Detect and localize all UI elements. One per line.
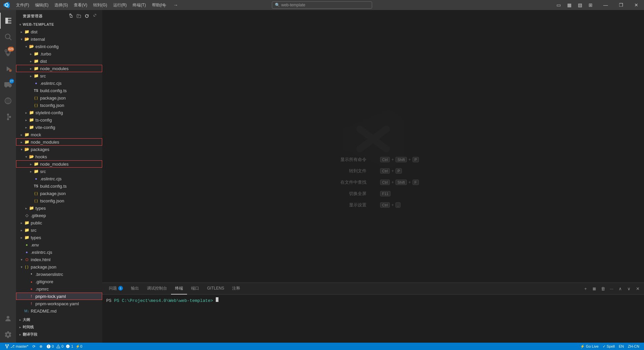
tree-item-packages[interactable]: 📂 packages — [16, 146, 102, 153]
tree-item-pnpm-workspace[interactable]: ! pnpm-workspace.yaml — [16, 300, 102, 307]
minimize-button[interactable]: — — [598, 0, 613, 10]
status-lang-en[interactable]: EN — [617, 343, 626, 350]
svg-line-15 — [9, 117, 10, 118]
tab-comments[interactable]: 注释 — [228, 283, 244, 295]
tree-item-index-html[interactable]: ⬡ index.html — [16, 256, 102, 263]
kill-terminal-btn[interactable]: 🗑 — [599, 285, 607, 292]
refresh-btn[interactable] — [84, 13, 90, 19]
tree-item-node-modules-1[interactable]: 📁 node_modules — [16, 65, 102, 72]
tree-item-pnpm-lock[interactable]: ! pnpm-lock.yaml — [16, 293, 102, 300]
tab-gitlens[interactable]: GITLENS — [203, 283, 228, 295]
activity-explorer[interactable] — [0, 13, 16, 29]
tree-item-build-config-hooks[interactable]: TS build.config.ts — [16, 182, 102, 190]
status-spell[interactable]: ✓ Spell — [601, 343, 617, 350]
folder-icon: 📁 — [29, 205, 34, 211]
tree-item-readme[interactable]: M↓ README.md — [16, 307, 102, 315]
panel-down-btn[interactable]: ∨ — [625, 285, 633, 292]
branch-name: ⎇ master* — [10, 344, 28, 349]
tree-item-internal[interactable]: 📂 internal — [16, 35, 102, 43]
tree-item-env[interactable]: ● .env — [16, 241, 102, 248]
layout-btn-4[interactable]: ⊞ — [586, 1, 595, 9]
status-branch[interactable]: ⎇ master* — [3, 343, 30, 350]
status-golive[interactable]: ⚡ Go Live — [578, 343, 601, 350]
shortcut-row-5: 显示设置 Ctrl + , — [326, 202, 420, 208]
menu-select[interactable]: 选择(S) — [52, 1, 70, 9]
tree-item-eslintrc-root[interactable]: ● .eslintrc.cjs — [16, 248, 102, 256]
tree-section-timeline[interactable]: 时间线 — [16, 323, 102, 331]
tree-item-vite-config[interactable]: 📁 vite-config — [16, 124, 102, 131]
project-root[interactable]: WEB-TEMPLATE — [16, 21, 102, 28]
tree-item-public[interactable]: 📁 public — [16, 219, 102, 226]
tree-item-build-config-1[interactable]: TS build.config.ts — [16, 87, 102, 94]
tree-item-node-modules-hooks[interactable]: 📁 node_modules — [16, 160, 102, 168]
layout-btn-1[interactable]: ▭ — [554, 1, 563, 9]
tree-item-dist[interactable]: 📁 dist — [16, 28, 102, 35]
activity-settings[interactable] — [0, 327, 16, 343]
tree-item-gitkeep[interactable]: ◇ .gitkeep — [16, 212, 102, 219]
layout-btn-3[interactable]: ▧ — [575, 1, 585, 9]
nav-forward[interactable]: → — [171, 1, 180, 9]
tree-item-dist-inner[interactable]: 📁 dist — [16, 57, 102, 65]
menu-file[interactable]: 文件(F) — [13, 1, 32, 9]
menu-edit[interactable]: 编辑(E) — [32, 1, 51, 9]
status-add[interactable]: ⊕ — [37, 343, 44, 350]
new-file-btn[interactable] — [67, 13, 74, 19]
tree-item-eslintrc-hooks[interactable]: ● .eslintrc.cjs — [16, 175, 102, 182]
tree-item-tsconfig-1[interactable]: { } tsconfig.json — [16, 102, 102, 109]
tree-item-hooks-src[interactable]: 📁 src — [16, 168, 102, 175]
tree-item-eslintrc-1[interactable]: ● .eslintrc.cjs — [16, 79, 102, 87]
menu-run[interactable]: 运行(R) — [111, 1, 130, 9]
tree-item-types-pkg[interactable]: 📁 types — [16, 204, 102, 212]
tree-item-turbo[interactable]: 📁 .turbo — [16, 50, 102, 57]
close-button[interactable]: ✕ — [629, 0, 644, 10]
tree-item-node-modules-root[interactable]: 📁 node_modules — [16, 138, 102, 146]
tree-item-hooks[interactable]: 📂 hooks — [16, 153, 102, 160]
close-panel-btn[interactable]: ✕ — [634, 285, 641, 292]
tree-item-npmrc[interactable]: ● .npmrc — [16, 285, 102, 293]
tree-item-pkg-1[interactable]: { } package.json — [16, 94, 102, 102]
layout-btn-2[interactable]: ▦ — [565, 1, 574, 9]
new-folder-btn[interactable] — [75, 13, 82, 19]
activity-search[interactable] — [0, 29, 16, 45]
tree-item-ts-config[interactable]: 📁 ts-config — [16, 116, 102, 124]
activity-account[interactable] — [0, 311, 16, 327]
activity-source-control[interactable]: 825 — [0, 45, 16, 61]
maximize-button[interactable]: ❐ — [613, 0, 629, 10]
activity-extensions[interactable]: 27 — [0, 77, 16, 93]
tree-item-browserslistrc[interactable]: • .browserslistrc — [16, 271, 102, 278]
new-terminal-btn[interactable]: + — [582, 285, 589, 292]
collapse-btn[interactable] — [92, 13, 98, 19]
tab-problems[interactable]: 问题 1 — [105, 283, 127, 295]
tree-item-mock[interactable]: 📁 mock — [16, 131, 102, 138]
activity-remote[interactable] — [0, 93, 16, 109]
tree-item-stylelint[interactable]: 📁 stylelint-config — [16, 109, 102, 116]
tab-terminal[interactable]: 终端 — [171, 283, 187, 295]
menu-view[interactable]: 查看(V) — [71, 1, 90, 9]
activity-run[interactable]: ▷ — [0, 61, 16, 77]
tree-item-tsconfig-hooks[interactable]: { } tsconfig.json — [16, 197, 102, 204]
nav-back[interactable]: ← — [160, 1, 170, 9]
tree-item-src-eslint[interactable]: 📁 src — [16, 72, 102, 79]
tree-item-pkg-root[interactable]: { } package.json — [16, 263, 102, 271]
tab-output[interactable]: 输出 — [127, 283, 143, 295]
tree-item-eslint-config[interactable]: 📂 eslint-config — [16, 43, 102, 50]
more-actions-btn[interactable]: ··· — [608, 285, 615, 292]
status-sync[interactable]: ⟳ — [30, 343, 37, 350]
activity-gitlens[interactable] — [0, 109, 16, 125]
tree-item-types-root[interactable]: 📁 types — [16, 234, 102, 241]
title-search[interactable]: 🔍 web-template — [272, 1, 372, 9]
tree-item-src-root[interactable]: 📁 src — [16, 226, 102, 234]
tree-section-translate[interactable]: 翻译字段 — [16, 331, 102, 338]
tab-ports[interactable]: 端口 — [187, 283, 203, 295]
tree-section-outline[interactable]: 大纲 — [16, 316, 102, 323]
menu-goto[interactable]: 转到(G) — [91, 1, 110, 9]
tree-item-pkg-hooks[interactable]: { } package.json — [16, 190, 102, 197]
menu-terminal[interactable]: 终端(T) — [130, 1, 148, 9]
status-lang-zh[interactable]: ZH-CN — [626, 343, 641, 350]
status-errors[interactable]: 0 0 1 ⚡0 — [44, 343, 85, 350]
split-terminal-btn[interactable]: ▦ — [591, 285, 598, 292]
tree-item-gitignore[interactable]: ⬥ .gitignore — [16, 278, 102, 285]
terminal-content[interactable]: PS PS C:\Project\mes4.0\Web\web-template… — [102, 295, 644, 343]
tab-debug-console[interactable]: 调试控制台 — [143, 283, 171, 295]
panel-up-btn[interactable]: ∧ — [617, 285, 624, 292]
